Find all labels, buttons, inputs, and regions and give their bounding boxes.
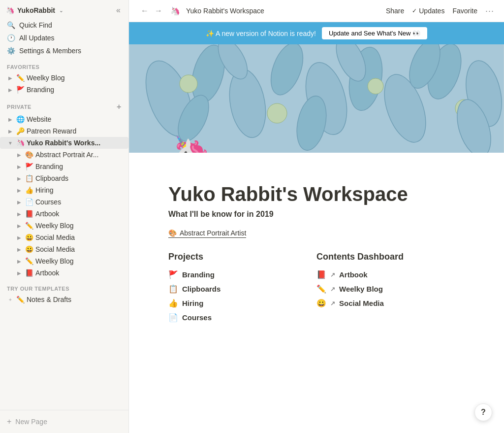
smile-icon: 😀	[25, 233, 33, 241]
sidebar-bottom: + New Page	[0, 410, 128, 433]
checkmark-icon: ✓	[412, 7, 417, 14]
workspace-emoji: 🦄	[6, 6, 14, 14]
svg-point-10	[180, 75, 197, 93]
clock-icon: 🕐	[7, 34, 15, 42]
sidebar-item-label: Weelky Blog	[27, 74, 125, 82]
sidebar-item-settings[interactable]: ⚙️ Settings & Members	[0, 44, 128, 57]
linked-page-abstract[interactable]: 🎨 Abstract Portrait Artist	[168, 229, 246, 238]
projects-list: 🚩 Branding 📋 Clipboards 👍 Hiring 📄 Cours…	[168, 270, 316, 322]
sidebar-item-quick-find[interactable]: 🔍 Quick Find	[0, 19, 128, 32]
help-button[interactable]: ?	[474, 403, 492, 421]
contents-list: 📕 ↗ Artbook ✏️ ↗ Weelky Blog 😀 ↗ Social …	[316, 270, 465, 308]
sidebar-item-yuko-workspace[interactable]: ▼ 🦄 Yuko Rabbit's Works...	[0, 137, 128, 149]
list-item-social-media[interactable]: 😀 ↗ Social Media	[316, 299, 465, 308]
sidebar-item-label: Hiring	[35, 186, 125, 194]
svg-point-11	[267, 103, 287, 123]
toggle-arrow-icon: ▶	[16, 188, 23, 193]
sidebar-item-label: Weelky Blog	[35, 257, 125, 265]
forward-button[interactable]: →	[153, 5, 164, 16]
share-button[interactable]: Share	[386, 7, 404, 15]
topbar-nav: ← →	[139, 5, 164, 16]
sidebar-item-patreon[interactable]: ▶ 🔑 Patreon Reward	[0, 125, 128, 137]
toggle-arrow-icon: ▶	[16, 259, 23, 264]
sidebar-item-website[interactable]: ▶ 🌐 Website	[0, 113, 128, 125]
sidebar-item-artbook-sub2[interactable]: ▶ 📕 Artbook	[0, 267, 128, 279]
list-item-weelky-blog[interactable]: ✏️ ↗ Weelky Blog	[316, 284, 465, 294]
sidebar-item-branding-sub[interactable]: ▶ 🚩 Branding	[0, 161, 128, 172]
sidebar-item-label: Website	[27, 115, 125, 123]
toggle-arrow-icon: ▶	[16, 223, 23, 229]
sidebar-item-label: Weelky Blog	[35, 222, 125, 230]
list-item-branding[interactable]: 🚩 Branding	[168, 270, 316, 279]
sidebar-section-private: PRIVATE +	[0, 96, 128, 113]
back-button[interactable]: ←	[139, 5, 151, 16]
pencil-icon: ✏️	[25, 257, 33, 265]
arrow-icon: ↗	[330, 300, 335, 307]
toggle-arrow-icon: ▶	[16, 270, 23, 276]
toggle-arrow-icon: ▶	[16, 200, 23, 205]
sidebar-item-label: Clipboards	[35, 174, 125, 182]
toggle-arrow-icon: ▶	[7, 87, 14, 93]
sidebar-top: 🦄 YukoRabbit ⌄ «	[0, 0, 128, 19]
plus-icon: +	[7, 417, 11, 426]
sidebar-collapse-button[interactable]: «	[114, 5, 123, 16]
sidebar-item-label: Social Media	[35, 233, 125, 241]
list-item-hiring[interactable]: 👍 Hiring	[168, 299, 316, 308]
sidebar-item-social-media-sub2[interactable]: ▶ 😀 Social Media	[0, 243, 128, 255]
gear-icon: ⚙️	[7, 47, 15, 55]
sidebar-nav-label: Settings & Members	[19, 47, 81, 55]
sidebar-item-weelky-blog-sub[interactable]: ▶ ✏️ Weelky Blog	[0, 220, 128, 232]
private-add-button[interactable]: +	[117, 102, 122, 111]
sidebar-item-courses[interactable]: ▶ 📄 Courses	[0, 196, 128, 208]
toggle-arrow-icon: ▶	[7, 117, 14, 122]
toggle-arrow-icon: ▶	[16, 164, 23, 169]
sidebar-item-clipboards[interactable]: ▶ 📋 Clipboards	[0, 172, 128, 184]
cover-image: 🦄	[129, 44, 504, 153]
thumbsup-icon: 👍	[168, 299, 178, 308]
sidebar-item-branding-fav[interactable]: ▶ 🚩 Branding	[0, 84, 128, 96]
projects-title: Projects	[168, 252, 316, 262]
list-item-label: Hiring	[182, 299, 203, 307]
list-item-label: Weelky Blog	[339, 285, 383, 293]
sidebar-nav-label: All Updates	[19, 34, 55, 42]
sidebar-item-all-updates[interactable]: 🕐 All Updates	[0, 32, 128, 44]
list-item-label: Branding	[182, 270, 215, 279]
toggle-arrow-icon: ▶	[7, 129, 14, 134]
sidebar-item-notes-drafts[interactable]: + ✏️ Notes & Drafts	[0, 294, 128, 305]
more-options-button[interactable]: ···	[485, 6, 494, 16]
sidebar-item-label: Social Media	[35, 245, 125, 253]
workspace-name[interactable]: 🦄 YukoRabbit ⌄	[6, 6, 63, 14]
sidebar-item-label: Artbook	[35, 210, 125, 218]
toggle-arrow-icon: ▶	[16, 211, 23, 217]
list-item-artbook[interactable]: 📕 ↗ Artbook	[316, 270, 465, 279]
linked-page-label: Abstract Portrait Artist	[180, 229, 246, 237]
sidebar-item-label: Notes & Drafts	[27, 296, 125, 303]
sidebar-item-weelky-blog-fav[interactable]: ▶ ✏️ Weelky Blog ··· +	[0, 72, 128, 84]
book-icon: 📕	[25, 269, 33, 277]
sidebar-item-abstract-portrait[interactable]: ▶ 🎨 Abstract Portrait Ar...	[0, 149, 128, 161]
pencil-icon: ✏️	[16, 74, 25, 82]
list-item-clipboards[interactable]: 📋 Clipboards	[168, 284, 316, 294]
updates-button[interactable]: ✓ Updates	[412, 7, 444, 15]
sidebar-item-artbook[interactable]: ▶ 📕 Artbook	[0, 208, 128, 220]
new-page-button[interactable]: + New Page	[7, 415, 122, 428]
favorite-button[interactable]: Favorite	[452, 7, 477, 15]
update-button[interactable]: Update and See What's New 👀	[322, 27, 427, 39]
sidebar-item-hiring[interactable]: ▶ 👍 Hiring	[0, 184, 128, 196]
sidebar-item-social-media-sub[interactable]: ▶ 😀 Social Media	[0, 232, 128, 243]
pencil-icon: ✏️	[16, 296, 25, 303]
clipboard-icon: 📋	[25, 174, 33, 182]
key-icon: 🔑	[16, 127, 25, 135]
toggle-arrow-icon: ▶	[16, 247, 23, 252]
smile-icon: 😀	[25, 245, 33, 253]
sidebar-item-weelky-blog-sub2[interactable]: ▶ ✏️ Weelky Blog	[0, 255, 128, 267]
list-item-courses[interactable]: 📄 Courses	[168, 313, 316, 322]
sidebar-section-templates: TRY OUR TEMPLATES	[0, 279, 128, 294]
svg-point-12	[368, 78, 383, 94]
toggle-arrow-icon: ▼	[7, 140, 14, 146]
two-col-layout: Projects 🚩 Branding 📋 Clipboards 👍 Hirin…	[168, 252, 465, 330]
book-icon: 📕	[316, 270, 326, 279]
projects-column: Projects 🚩 Branding 📋 Clipboards 👍 Hirin…	[168, 252, 316, 330]
workspace-name-label: YukoRabbit	[17, 6, 55, 14]
sidebar-item-label: Artbook	[35, 269, 125, 277]
